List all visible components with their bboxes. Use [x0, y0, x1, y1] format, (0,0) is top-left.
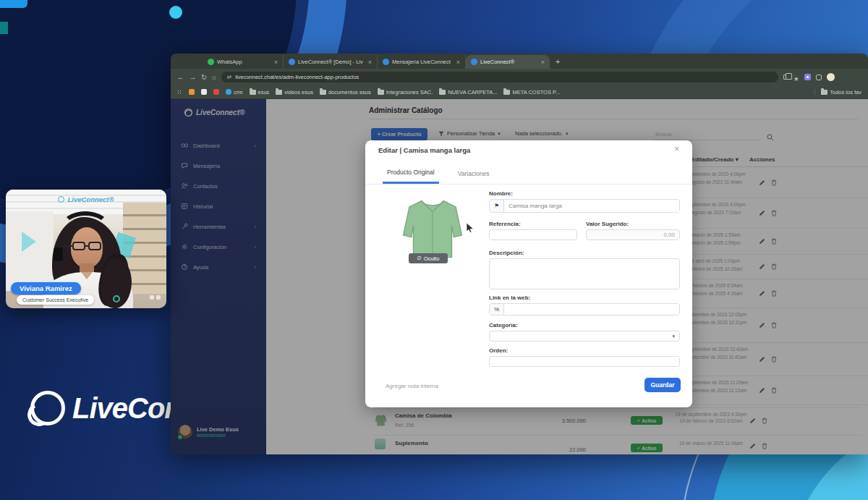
modal-title: Editar | Camisa manga larga — [378, 146, 470, 154]
browser-window: WhatsApp LiveConnect® [Demo] - Liv Mensa… — [171, 54, 868, 454]
contact-icon — [156, 295, 161, 300]
profile-avatar[interactable] — [827, 73, 835, 81]
field-label: Valor Sugerido: — [586, 221, 629, 227]
bookmark-folder[interactable]: documentos esus — [320, 89, 371, 96]
whatsapp-icon — [208, 59, 214, 65]
save-button[interactable]: Guardar — [644, 378, 681, 392]
web-link-field: % — [489, 303, 680, 315]
back-button[interactable] — [177, 74, 184, 81]
bookmark-star-button[interactable] — [793, 71, 799, 84]
edit-product-modal: Editar | Camisa manga larga × Producto O… — [365, 140, 692, 407]
tab-mensajeria[interactable]: Mensajería LiveConnect — [378, 55, 466, 69]
suggested-value-input[interactable] — [586, 229, 680, 240]
flag-icon — [490, 200, 504, 212]
percent-icon: % — [490, 304, 504, 315]
name-input[interactable] — [504, 200, 679, 212]
tab-bar: WhatsApp LiveConnect® [Demo] - Liv Mensa… — [171, 54, 868, 69]
browser-toolbar: liveconnect.chat/es/adm-liveconnect-app-… — [171, 69, 868, 85]
close-tab-icon[interactable] — [274, 59, 278, 66]
site-settings-icon — [227, 74, 232, 80]
background-corner-pill — [0, 0, 27, 8]
add-internal-note-link[interactable]: Agregar nota interna — [381, 382, 443, 390]
liveconnect-favicon — [471, 59, 477, 65]
web-link-input[interactable] — [504, 304, 679, 315]
folder-icon — [378, 90, 384, 95]
category-select[interactable] — [489, 331, 680, 342]
shirt-logo — [113, 295, 120, 302]
name-field — [489, 199, 680, 213]
field-label: Link en la web: — [489, 295, 530, 301]
name-badge: Viviana Ramirez — [11, 282, 81, 295]
share-icon[interactable] — [783, 75, 788, 80]
background-teal-square — [0, 22, 8, 34]
bookmarks-bar: crm esus videos esus documentos esus Int… — [171, 85, 868, 99]
tab-producto-original[interactable]: Producto Original — [383, 168, 439, 184]
webcam-contact-icons — [150, 295, 161, 300]
bookmark-favicon[interactable] — [189, 89, 195, 95]
bookmarks-overflow[interactable]: Todos los fav — [814, 89, 861, 96]
extensions-icon[interactable] — [816, 75, 822, 80]
hidden-status-badge: Oculto — [409, 253, 448, 263]
close-tab-icon[interactable] — [368, 59, 372, 66]
chevron-down-icon — [672, 334, 675, 339]
divider — [365, 184, 692, 185]
new-tab-button[interactable] — [556, 57, 560, 66]
headset-earcup — [54, 247, 63, 261]
bookmark-folder[interactable]: META COSTOS P... — [503, 89, 560, 96]
tab-whatsapp[interactable]: WhatsApp — [203, 55, 284, 69]
background-cyan-dot — [169, 6, 182, 19]
headset-logo-icon — [30, 391, 65, 425]
contact-icon — [150, 295, 154, 300]
office-decor — [22, 232, 36, 252]
field-label: Orden: — [489, 347, 508, 354]
title-badge: Customer Success Executive — [17, 295, 94, 305]
glasses — [72, 242, 85, 250]
tab-variaciones[interactable]: Variaciones — [454, 168, 494, 184]
webcam-watermark: LiveConnect® — [6, 195, 166, 203]
webcam-overlay: LiveConnect® Viviana Ramirez Customer Su… — [6, 190, 166, 308]
liveconnect-favicon — [289, 59, 295, 65]
description-textarea[interactable] — [489, 258, 680, 289]
address-bar[interactable]: liveconnect.chat/es/adm-liveconnect-app-… — [221, 72, 778, 82]
shirt-collar — [81, 272, 93, 279]
field-label: Referencia: — [489, 221, 521, 227]
home-button[interactable] — [212, 74, 216, 81]
crm-favicon — [226, 89, 231, 95]
folder-icon — [821, 90, 827, 95]
video-frame: LiveConnect WhatsApp LiveConnect® [Demo]… — [0, 0, 868, 500]
close-tab-icon[interactable] — [456, 59, 460, 66]
order-input[interactable] — [489, 356, 680, 367]
apps-grid-icon[interactable] — [177, 90, 182, 95]
bookmark-folder[interactable]: NUEVA CARPETA... — [439, 89, 497, 96]
liveconnect-favicon — [383, 59, 389, 65]
url-text: liveconnect.chat/es/adm-liveconnect-app-… — [235, 74, 359, 80]
glasses-bridge — [85, 245, 90, 247]
headset-logo-icon — [58, 196, 64, 203]
cursor-icon — [466, 223, 475, 233]
close-tab-icon[interactable] — [541, 59, 545, 66]
bookmark-item-crm[interactable]: crm — [226, 89, 243, 96]
field-label: Categoría: — [489, 322, 518, 329]
pinned-extension-icon[interactable] — [804, 74, 811, 80]
forward-button[interactable] — [190, 74, 197, 81]
folder-icon — [320, 90, 326, 95]
tab-liveconnect-demo[interactable]: LiveConnect® [Demo] - Liv — [284, 55, 378, 69]
bookmark-favicon[interactable] — [201, 89, 207, 95]
glasses — [88, 242, 101, 250]
bookmark-folder[interactable]: esus — [250, 89, 270, 96]
field-label: Nombre: — [489, 190, 513, 197]
close-button[interactable]: × — [670, 144, 684, 154]
folder-icon — [276, 90, 282, 95]
folder-icon — [250, 90, 256, 95]
folder-icon — [439, 90, 446, 95]
reload-button[interactable] — [201, 74, 207, 81]
web-page: LiveConnect® Dashboard › Mensajería Cont… — [171, 99, 868, 454]
reference-input[interactable] — [489, 229, 577, 240]
bookmark-folder[interactable]: videos esus — [276, 89, 313, 96]
glasses-temple — [63, 245, 72, 247]
bookmark-favicon[interactable] — [213, 89, 219, 95]
bookmark-folder[interactable]: Integraciones SAC. — [378, 89, 433, 96]
tab-liveconnect-active[interactable]: LiveConnect® — [466, 55, 550, 69]
folder-icon — [503, 90, 510, 95]
field-label: Descripción: — [489, 250, 524, 256]
